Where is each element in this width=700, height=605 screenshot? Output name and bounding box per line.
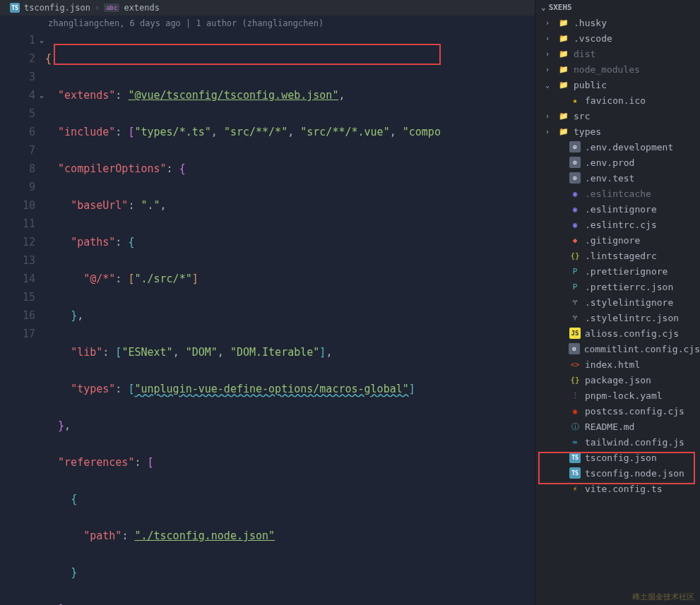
chevron-icon: › [545,50,554,58]
tree-item--husky[interactable]: ›📁.husky [535,15,700,30]
stylelint-icon: ♈ [569,312,581,323]
folder-blue-icon: 📁 [558,126,569,137]
editor-pane: TS tsconfig.json › abc extends zhanglian… [0,0,535,605]
chevron-down-icon: ⌄ [541,3,546,12]
js-icon: JS [569,328,581,339]
tree-item--prettierrc-json[interactable]: P.prettierrc.json [535,279,700,294]
breadcrumb-symbol: extends [124,3,160,13]
tree-item--lintstagedrc[interactable]: {}.lintstagedrc [535,248,700,263]
tree-item-package-json[interactable]: {}package.json [535,372,700,388]
explorer-header[interactable]: ⌄ SXEH5 [535,0,700,15]
tree-item--vscode[interactable]: ›📁.vscode [535,30,700,46]
html-icon: <> [569,359,581,370]
tree-item-label: .stylelintrc.json [585,313,679,323]
tree-item-dist[interactable]: ›📁dist [535,46,700,61]
bracket-icon: {} [569,250,581,261]
chevron-icon: › [545,128,554,136]
tree-item-label: public [574,80,607,90]
code-content[interactable]: { "extends": "@vue/tsconfig/tsconfig.web… [45,31,535,605]
symbol-icon: abc [104,4,119,12]
tree-item-label: vite.config.ts [585,484,663,494]
tree-item--prettierignore[interactable]: P.prettierignore [535,263,700,279]
tree-item--eslintignore[interactable]: ◉.eslintignore [535,201,700,217]
tree-item-node-modules[interactable]: ›📁node_modules [535,61,700,77]
tree-item-label: index.html [585,359,640,370]
tree-item-label: .eslintcache [585,188,651,199]
tree-item-label: .stylelintignore [585,297,673,308]
tree-item-alioss-config-cjs[interactable]: JSalioss.config.cjs [535,325,700,341]
tree-item-tsconfig-node-json[interactable]: TStsconfig.node.json [535,465,700,481]
star-icon: ★ [569,95,581,106]
tree-item-commitlint-config-cjs[interactable]: ⚙commitlint.config.cjs [535,341,700,357]
tree-item--stylelintignore[interactable]: ♈.stylelintignore [535,294,700,310]
breadcrumb-file: tsconfig.json [24,3,90,13]
chevron-icon: › [545,66,554,73]
tree-item--gitignore[interactable]: ◆.gitignore [535,232,700,248]
tree-item-types[interactable]: ›📁types [535,124,700,139]
tree-item-postcss-config-cjs[interactable]: ◉postcss.config.cjs [535,403,700,419]
tree-item-label: .gitignore [585,235,640,246]
ts-icon: TS [569,467,581,479]
editor-top: TS tsconfig.json › abc extends zhanglian… [0,0,535,605]
tree-item-src[interactable]: ›📁src [535,108,700,124]
tree-item-label: .env.test [585,173,634,184]
tree-item-label: .prettierrc.json [585,282,673,292]
settings-icon: ⚙ [569,172,581,184]
tree-item-pnpm-lock-yaml[interactable]: ⋮pnpm-lock.yaml [535,388,700,403]
tree-item--eslintrc-cjs[interactable]: ◉.eslintrc.cjs [535,217,700,232]
chevron-icon: ⌄ [545,81,554,89]
tree-item--stylelintrc-json[interactable]: ♈.stylelintrc.json [535,310,700,325]
tree-item-label: .env.prod [585,157,634,168]
file-tree[interactable]: ›📁.husky›📁.vscode›📁dist›📁node_modules⌄📁p… [535,15,700,605]
ts-icon: TS [569,452,581,463]
folder-green-icon: 📁 [558,110,569,121]
git-icon: ◆ [569,234,581,246]
tree-item--eslintcache[interactable]: ◉.eslintcache [535,186,700,201]
folder-green-icon: 📁 [558,64,569,75]
tree-item--env-prod[interactable]: ⚙.env.prod [535,155,700,170]
tree-item-label: .husky [574,18,607,28]
tree-item--env-test[interactable]: ⚙.env.test [535,170,700,186]
tree-item-favicon-ico[interactable]: ★favicon.ico [535,92,700,108]
codelens[interactable]: zhangliangchen, 6 days ago | 1 author (z… [0,16,535,31]
tree-item-label: .vscode [574,33,612,44]
folder-red-icon: 📁 [558,48,569,59]
readme-icon: ⓘ [569,421,581,432]
fold-icon[interactable]: ⌄ [40,86,44,104]
tree-item-tsconfig-json[interactable]: TStsconfig.json [535,450,700,465]
tree-item-label: tsconfig.node.json [585,468,684,479]
vite-icon: ⚡ [569,483,581,494]
eslint-icon: ◉ [569,203,581,215]
stylelint-icon: ♈ [569,296,581,308]
tree-item-label: .eslintrc.cjs [585,220,657,230]
chevron-icon: › [545,35,554,42]
folder-teal-icon: 📁 [558,79,569,90]
breadcrumb[interactable]: TS tsconfig.json › abc extends [0,0,535,16]
tree-item-tailwind-config-js[interactable]: ≈tailwind.config.js [535,434,700,450]
yaml-icon: ⋮ [569,390,581,401]
tree-item-index-html[interactable]: <>index.html [535,357,700,372]
explorer-sidebar: ⌄ SXEH5 ›📁.husky›📁.vscode›📁dist›📁node_mo… [535,0,700,605]
code-editor[interactable]: 1⌄ 23 4⌄ 567891011121314151617 { "extend… [0,31,535,605]
ts-file-icon: TS [10,3,20,13]
tree-item-label: commitlint.config.cjs [584,344,700,354]
json-icon: {} [569,374,581,385]
eslint-icon: ◉ [569,219,581,230]
tree-item-label: .lintstagedrc [585,251,657,261]
chevron-right-icon: › [95,3,100,13]
tree-item-public[interactable]: ⌄📁public [535,77,700,92]
tree-item-label: README.md [585,421,634,432]
tree-item-label: tsconfig.json [585,453,657,463]
tree-item-label: node_modules [574,64,640,75]
tree-item-readme-md[interactable]: ⓘREADME.md [535,419,700,434]
chevron-icon: › [545,19,554,27]
tree-item--env-development[interactable]: ⚙.env.development [535,139,700,155]
fold-icon[interactable]: ⌄ [40,31,44,49]
folder-icon: 📁 [558,17,569,28]
tree-item-label: .env.development [585,142,673,152]
tree-item-label: postcss.config.cjs [585,406,684,417]
postcss-icon: ◉ [569,405,581,417]
tree-item-label: favicon.ico [585,95,646,106]
tree-item-vite-config-ts[interactable]: ⚡vite.config.ts [535,481,700,496]
tree-item-label: types [574,126,601,137]
